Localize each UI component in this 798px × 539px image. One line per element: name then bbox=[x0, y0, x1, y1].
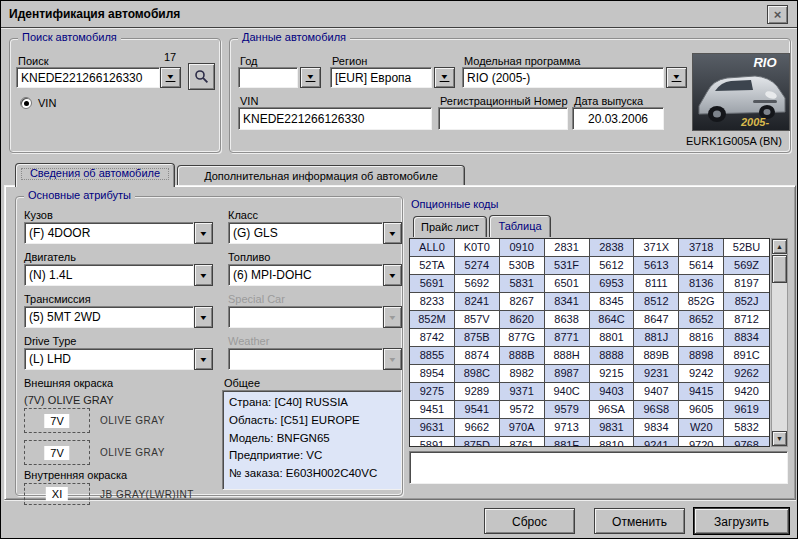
model-program-input[interactable] bbox=[462, 67, 664, 88]
option-code-cell[interactable]: 52TA bbox=[410, 257, 455, 275]
option-code-cell[interactable]: 530B bbox=[500, 257, 545, 275]
option-code-cell[interactable]: 52BU bbox=[724, 239, 769, 257]
search-button[interactable] bbox=[188, 63, 215, 90]
option-code-cell[interactable]: 898C bbox=[455, 365, 500, 383]
option-code-cell[interactable]: 9407 bbox=[634, 383, 679, 401]
search-input[interactable] bbox=[16, 67, 160, 88]
option-code-cell[interactable]: 9231 bbox=[634, 365, 679, 383]
fuel-combobox[interactable]: (6) MPI-DOHC bbox=[228, 264, 383, 286]
option-code-cell[interactable]: 888B bbox=[500, 347, 545, 365]
option-code-cell[interactable]: 9605 bbox=[679, 401, 724, 419]
option-code-cell[interactable]: 569Z bbox=[724, 257, 769, 275]
scroll-down-button[interactable]: ▼ bbox=[772, 431, 787, 446]
option-code-cell[interactable]: 877G bbox=[500, 329, 545, 347]
option-code-cell[interactable]: 8987 bbox=[545, 365, 590, 383]
option-code-cell[interactable]: 8874 bbox=[455, 347, 500, 365]
option-code-cell[interactable]: 8111 bbox=[634, 275, 679, 293]
option-code-cell[interactable]: 9242 bbox=[679, 365, 724, 383]
scrollbar-thumb[interactable] bbox=[772, 255, 787, 283]
region-input[interactable] bbox=[330, 67, 432, 88]
body-combo-arrow-button[interactable]: ▼ bbox=[194, 222, 213, 244]
option-code-cell[interactable]: 9768 bbox=[724, 437, 769, 447]
fuel-combo-arrow-button[interactable]: ▼ bbox=[383, 264, 402, 286]
scroll-up-button[interactable]: ▲ bbox=[772, 239, 787, 254]
option-code-cell[interactable]: 3718 bbox=[679, 239, 724, 257]
option-code-cell[interactable]: 9572 bbox=[500, 401, 545, 419]
engine-combo-arrow-button[interactable]: ▼ bbox=[194, 264, 213, 286]
option-code-cell[interactable]: 881J bbox=[634, 329, 679, 347]
tab-additional-info[interactable]: Дополнительная информация об автомобиле bbox=[177, 165, 465, 187]
engine-combobox[interactable]: (N) 1.4L bbox=[24, 264, 194, 286]
option-code-cell[interactable]: 2831 bbox=[545, 239, 590, 257]
option-code-cell[interactable]: 9662 bbox=[455, 419, 500, 437]
cancel-button[interactable]: Отменить bbox=[594, 508, 685, 534]
option-code-cell[interactable]: 852G bbox=[679, 293, 724, 311]
search-by-vin-radio[interactable]: VIN bbox=[20, 97, 56, 109]
option-code-cell[interactable]: 852J bbox=[724, 293, 769, 311]
option-code-cell[interactable]: 8652 bbox=[679, 311, 724, 329]
option-code-cell[interactable]: 8761 bbox=[500, 437, 545, 447]
option-code-cell[interactable]: 9541 bbox=[455, 401, 500, 419]
option-code-cell[interactable]: 8898 bbox=[679, 347, 724, 365]
option-code-cell[interactable]: 8742 bbox=[410, 329, 455, 347]
option-code-cell[interactable]: 371X bbox=[634, 239, 679, 257]
option-code-cell[interactable]: 8954 bbox=[410, 365, 455, 383]
tab-table[interactable]: Таблица bbox=[489, 215, 551, 237]
tab-car-info[interactable]: Сведения об автомобиле bbox=[15, 163, 175, 187]
option-code-cell[interactable]: 8712 bbox=[724, 311, 769, 329]
option-code-cell[interactable]: 889B bbox=[634, 347, 679, 365]
option-code-cell[interactable]: 5891 bbox=[410, 437, 455, 447]
option-code-cell[interactable]: 96S8 bbox=[634, 401, 679, 419]
option-code-cell[interactable]: 0910 bbox=[500, 239, 545, 257]
option-code-cell[interactable]: 8241 bbox=[455, 293, 500, 311]
year-input[interactable] bbox=[238, 67, 298, 88]
option-code-cell[interactable]: 5691 bbox=[410, 275, 455, 293]
option-code-cell[interactable]: 8801 bbox=[590, 329, 635, 347]
release-date-input[interactable] bbox=[572, 107, 664, 130]
option-code-cell[interactable]: 5832 bbox=[724, 419, 769, 437]
load-button[interactable]: Загрузить bbox=[694, 508, 789, 534]
option-code-cell[interactable]: 9631 bbox=[410, 419, 455, 437]
option-code-cell[interactable]: 9275 bbox=[410, 383, 455, 401]
drive-type-combo-arrow-button[interactable]: ▼ bbox=[194, 348, 213, 370]
option-code-cell[interactable]: 875D bbox=[455, 437, 500, 447]
region-dropdown-button[interactable]: ▼ bbox=[434, 67, 455, 88]
option-code-cell[interactable]: 9415 bbox=[679, 383, 724, 401]
option-code-cell[interactable]: 8771 bbox=[545, 329, 590, 347]
option-code-cell[interactable]: 888H bbox=[545, 347, 590, 365]
option-code-cell[interactable]: ALL0 bbox=[410, 239, 455, 257]
option-code-cell[interactable]: 96SA bbox=[590, 401, 635, 419]
search-history-dropdown-button[interactable]: ▼ bbox=[160, 67, 181, 88]
option-code-cell[interactable]: 8197 bbox=[724, 275, 769, 293]
option-grid-scrollbar[interactable]: ▲ ▼ bbox=[771, 238, 788, 447]
option-code-cell[interactable]: W20 bbox=[679, 419, 724, 437]
option-code-cell[interactable]: 9241 bbox=[634, 437, 679, 447]
transmission-combo-arrow-button[interactable]: ▼ bbox=[194, 306, 213, 328]
option-code-cell[interactable]: 8620 bbox=[500, 311, 545, 329]
option-code-cell[interactable]: 5831 bbox=[500, 275, 545, 293]
option-code-cell[interactable]: 8982 bbox=[500, 365, 545, 383]
tab-price-list[interactable]: Прайс лист bbox=[413, 216, 487, 237]
close-button[interactable]: × bbox=[767, 5, 788, 24]
option-code-cell[interactable]: 5274 bbox=[455, 257, 500, 275]
option-code-cell[interactable]: 5614 bbox=[679, 257, 724, 275]
transmission-combobox[interactable]: (5) 5MT 2WD bbox=[24, 306, 194, 328]
option-code-cell[interactable]: 9831 bbox=[590, 419, 635, 437]
option-code-cell[interactable]: 970A bbox=[500, 419, 545, 437]
option-code-cell[interactable]: 8267 bbox=[500, 293, 545, 311]
option-code-cell[interactable]: 9289 bbox=[455, 383, 500, 401]
option-code-cell[interactable]: 5612 bbox=[590, 257, 635, 275]
option-code-cell[interactable]: 9420 bbox=[724, 383, 769, 401]
option-code-cell[interactable]: K0T0 bbox=[455, 239, 500, 257]
registration-number-input[interactable] bbox=[438, 107, 568, 130]
option-code-cell[interactable]: 9371 bbox=[500, 383, 545, 401]
option-code-cell[interactable]: 8233 bbox=[410, 293, 455, 311]
option-code-description-box[interactable] bbox=[409, 451, 788, 484]
option-code-cell[interactable]: 8512 bbox=[634, 293, 679, 311]
option-code-cell[interactable]: 864C bbox=[590, 311, 635, 329]
option-code-cell[interactable]: 9713 bbox=[545, 419, 590, 437]
year-dropdown-button[interactable]: ▼ bbox=[300, 67, 321, 88]
option-code-cell[interactable]: 852M bbox=[410, 311, 455, 329]
option-code-cell[interactable]: 875B bbox=[455, 329, 500, 347]
option-code-cell[interactable]: 8855 bbox=[410, 347, 455, 365]
